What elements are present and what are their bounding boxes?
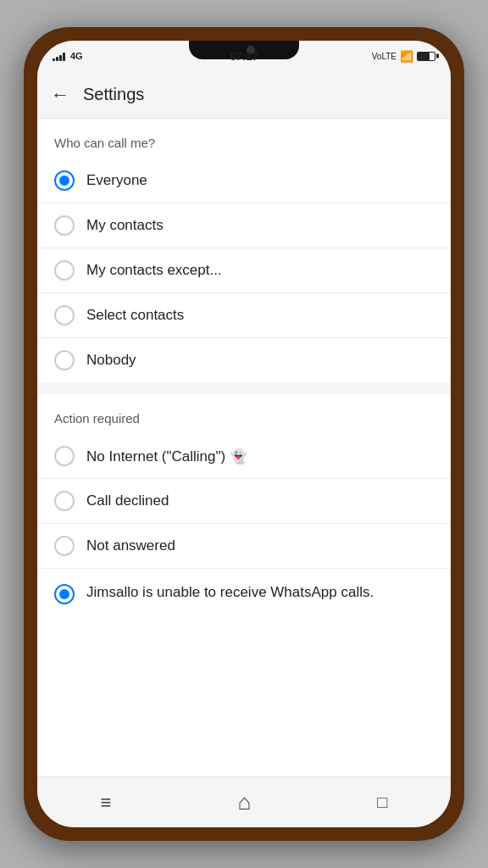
signal-icon [53,51,65,61]
option-nobody-label: Nobody [86,352,136,369]
radio-everyone [54,170,75,191]
action-required-section: Action required No Internet ("Calling") … [37,394,451,618]
action-required-label: Action required [37,394,451,434]
option-my-contacts[interactable]: My contacts [37,203,451,248]
radio-not-answered [54,536,75,556]
status-right: VoLTE 📶 [372,50,435,63]
option-unable-to-receive[interactable]: Jimsallo is unable to receive WhatsApp c… [37,569,451,618]
back-nav-button[interactable]: □ [357,786,408,819]
menu-button[interactable]: ≡ [80,785,132,821]
radio-no-internet [54,446,75,466]
option-call-declined-label: Call declined [86,492,169,509]
phone-frame: 4G 07:17 VoLTE 📶 ← Settings Who can call… [24,27,464,841]
who-can-call-label: Who can call me? [37,119,451,159]
radio-my-contacts-except [54,260,75,281]
status-time: 07:17 [230,50,258,63]
bottom-nav: ≡ ⌂ □ [37,776,451,827]
option-unable-to-receive-label: Jimsallo is unable to receive WhatsApp c… [86,582,374,603]
network-label: 4G [70,51,83,61]
option-my-contacts-label: My contacts [86,217,164,234]
radio-select-contacts [54,305,75,326]
radio-call-declined [54,491,75,511]
option-no-internet-label: No Internet ("Calling") 👻 [86,448,247,465]
page-title: Settings [83,85,144,104]
phone-screen: 4G 07:17 VoLTE 📶 ← Settings Who can call… [37,41,451,827]
option-not-answered-label: Not answered [86,537,175,554]
option-not-answered[interactable]: Not answered [37,524,451,569]
radio-unable-to-receive [54,584,75,604]
status-left: 4G [53,51,83,61]
option-nobody[interactable]: Nobody [37,338,451,382]
volte-icon: VoLTE [372,52,396,61]
radio-my-contacts [54,215,75,236]
home-button[interactable]: ⌂ [218,782,272,822]
battery-icon [417,52,435,61]
option-select-contacts-label: Select contacts [86,307,184,324]
section-divider [37,382,451,394]
top-bar: ← Settings [37,71,451,119]
settings-content: Who can call me? Everyone My contacts My… [37,119,451,776]
back-button[interactable]: ← [51,86,69,104]
option-everyone[interactable]: Everyone [37,159,451,203]
wifi-icon: 📶 [400,50,413,63]
radio-nobody [54,350,75,370]
option-select-contacts[interactable]: Select contacts [37,293,451,338]
option-call-declined[interactable]: Call declined [37,479,451,524]
option-my-contacts-except-label: My contacts except... [86,262,222,279]
option-everyone-label: Everyone [86,172,147,189]
status-bar: 4G 07:17 VoLTE 📶 [37,41,451,71]
who-can-call-section: Who can call me? Everyone My contacts My… [37,119,451,382]
option-my-contacts-except[interactable]: My contacts except... [37,248,451,293]
option-no-internet[interactable]: No Internet ("Calling") 👻 [37,434,451,479]
